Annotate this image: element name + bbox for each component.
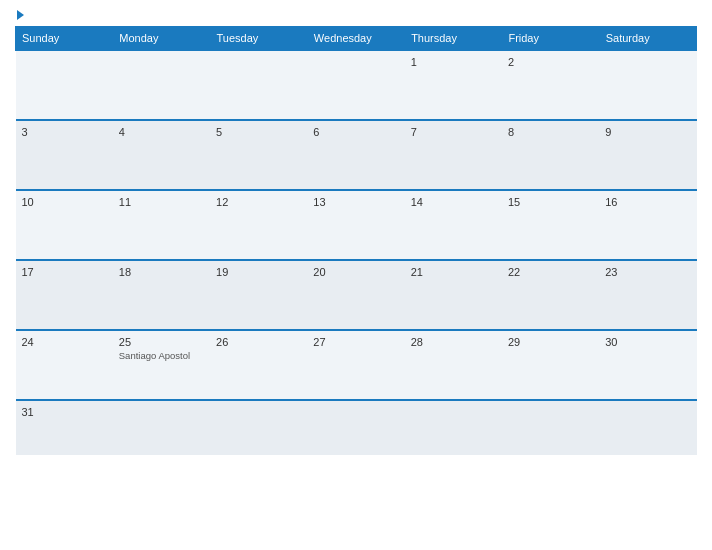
day-number: 1 [411,56,496,68]
day-number: 20 [313,266,398,278]
logo [15,10,24,20]
day-number: 10 [22,196,107,208]
day-number: 18 [119,266,204,278]
calendar-cell [210,50,307,120]
weekday-header-wednesday: Wednesday [307,27,404,51]
logo-blue-text [15,10,24,20]
calendar-cell [113,400,210,455]
day-number: 11 [119,196,204,208]
weekday-header-monday: Monday [113,27,210,51]
week-row-5: 31 [16,400,697,455]
day-number: 2 [508,56,593,68]
calendar-cell: 7 [405,120,502,190]
calendar-cell: 10 [16,190,113,260]
calendar-cell: 30 [599,330,696,400]
calendar-cell: 27 [307,330,404,400]
calendar-cell: 11 [113,190,210,260]
day-number: 5 [216,126,301,138]
day-number: 29 [508,336,593,348]
day-number: 22 [508,266,593,278]
calendar-cell [307,50,404,120]
calendar-cell: 26 [210,330,307,400]
calendar-cell [599,400,696,455]
day-number: 30 [605,336,690,348]
day-number: 15 [508,196,593,208]
weekday-header-row: SundayMondayTuesdayWednesdayThursdayFrid… [16,27,697,51]
weekday-header-sunday: Sunday [16,27,113,51]
calendar-cell: 21 [405,260,502,330]
day-number: 21 [411,266,496,278]
day-number: 3 [22,126,107,138]
calendar-cell [307,400,404,455]
day-number: 8 [508,126,593,138]
calendar-cell: 17 [16,260,113,330]
calendar-cell [113,50,210,120]
day-number: 17 [22,266,107,278]
week-row-1: 3456789 [16,120,697,190]
calendar-cell: 13 [307,190,404,260]
calendar-cell: 2 [502,50,599,120]
calendar-cell: 31 [16,400,113,455]
day-number: 31 [22,406,107,418]
calendar-cell [405,400,502,455]
calendar-cell: 16 [599,190,696,260]
week-row-0: 12 [16,50,697,120]
calendar-cell: 3 [16,120,113,190]
calendar-cell [210,400,307,455]
calendar-cell: 9 [599,120,696,190]
calendar-cell: 1 [405,50,502,120]
week-row-3: 17181920212223 [16,260,697,330]
week-row-4: 2425Santiago Apostol2627282930 [16,330,697,400]
day-number: 27 [313,336,398,348]
day-number: 26 [216,336,301,348]
calendar-cell: 6 [307,120,404,190]
weekday-header-tuesday: Tuesday [210,27,307,51]
day-number: 19 [216,266,301,278]
weekday-header-friday: Friday [502,27,599,51]
calendar-cell: 5 [210,120,307,190]
day-number: 6 [313,126,398,138]
day-number: 23 [605,266,690,278]
day-number: 7 [411,126,496,138]
calendar-cell: 14 [405,190,502,260]
calendar-cell: 25Santiago Apostol [113,330,210,400]
calendar-cell: 24 [16,330,113,400]
calendar-table: SundayMondayTuesdayWednesdayThursdayFrid… [15,26,697,455]
day-number: 28 [411,336,496,348]
weekday-header-thursday: Thursday [405,27,502,51]
weekday-header-saturday: Saturday [599,27,696,51]
week-row-2: 10111213141516 [16,190,697,260]
day-number: 9 [605,126,690,138]
calendar-cell [16,50,113,120]
calendar-cell: 19 [210,260,307,330]
calendar-cell [502,400,599,455]
calendar-wrapper: SundayMondayTuesdayWednesdayThursdayFrid… [0,0,712,550]
calendar-cell: 20 [307,260,404,330]
calendar-cell: 23 [599,260,696,330]
calendar-cell: 18 [113,260,210,330]
calendar-cell: 15 [502,190,599,260]
calendar-cell: 12 [210,190,307,260]
day-number: 4 [119,126,204,138]
calendar-header [15,10,697,20]
day-number: 24 [22,336,107,348]
calendar-cell [599,50,696,120]
calendar-cell: 8 [502,120,599,190]
holiday-label: Santiago Apostol [119,350,204,361]
logo-triangle-icon [17,10,24,20]
calendar-cell: 4 [113,120,210,190]
calendar-cell: 22 [502,260,599,330]
day-number: 25 [119,336,204,348]
day-number: 12 [216,196,301,208]
calendar-cell: 28 [405,330,502,400]
day-number: 14 [411,196,496,208]
day-number: 16 [605,196,690,208]
calendar-cell: 29 [502,330,599,400]
day-number: 13 [313,196,398,208]
